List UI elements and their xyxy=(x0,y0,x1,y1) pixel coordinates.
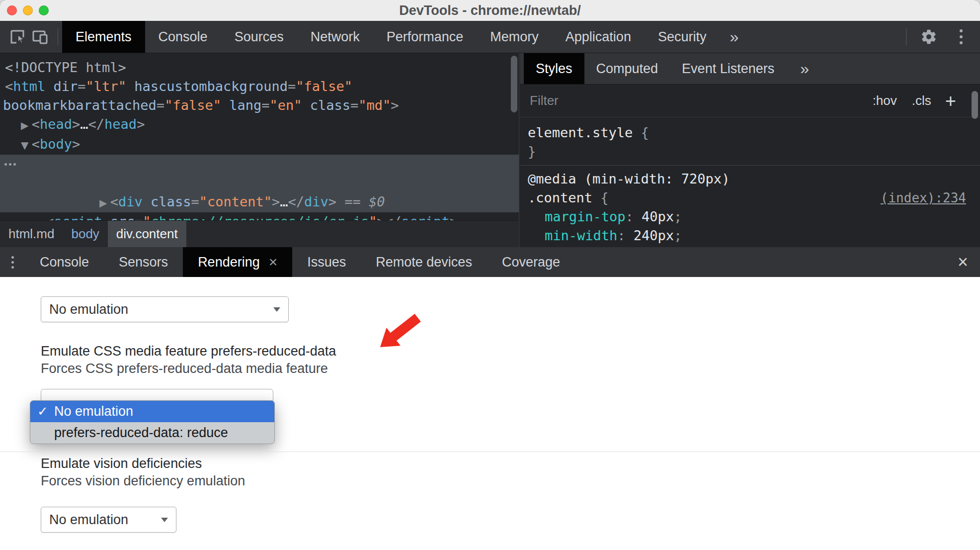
more-panels-button[interactable]: » xyxy=(720,21,748,53)
css-rules: element.style { } @media (min-width: 720… xyxy=(520,117,980,247)
elements-scrollbar[interactable] xyxy=(511,56,517,218)
checkmark-icon: ✓ xyxy=(37,404,54,419)
vision-deficiencies-desc: Forces vision deficiency emulation xyxy=(41,473,245,489)
styles-filter-row: Filter :hov .cls + xyxy=(520,85,980,117)
drawer-tab-rendering[interactable]: Rendering × xyxy=(183,247,292,277)
drawer-menu-icon[interactable] xyxy=(0,247,25,277)
sidebar-tabs: Styles Computed Event Listeners » xyxy=(520,53,980,85)
prefers-reduced-data-desc: Forces CSS prefers-reduced-data media fe… xyxy=(41,361,328,376)
dom-line-body[interactable]: ▼ <body> xyxy=(0,135,519,155)
dropdown-option-label: No emulation xyxy=(54,404,133,419)
window-title: DevTools - chrome://newtab/ xyxy=(399,3,581,18)
titlebar: DevTools - chrome://newtab/ xyxy=(0,0,980,21)
drawer-tab-sensors[interactable]: Sensors xyxy=(104,247,183,277)
inspect-element-icon[interactable] xyxy=(6,25,29,48)
emulation-select-top-value: No emulation xyxy=(49,302,128,317)
dom-node-overflow-icon[interactable] xyxy=(4,163,16,166)
drawer-tab-console[interactable]: Console xyxy=(25,247,104,277)
dropdown-option-label: prefers-reduced-data: reduce xyxy=(54,425,228,441)
tab-performance[interactable]: Performance xyxy=(373,21,477,53)
toolbar-separator xyxy=(58,28,58,45)
close-window-button[interactable] xyxy=(7,5,17,15)
dom-tree: <!DOCTYPE html> <html dir="ltr" hascusto… xyxy=(0,53,519,220)
styles-filter-input[interactable]: Filter xyxy=(530,93,559,108)
content-row: <!DOCTYPE html> <html dir="ltr" hascusto… xyxy=(0,53,980,247)
settings-gear-icon[interactable] xyxy=(917,25,940,48)
breadcrumb-div-content[interactable]: div.content xyxy=(108,221,186,247)
kebab-menu-icon[interactable] xyxy=(951,27,971,47)
device-toolbar-icon[interactable] xyxy=(29,25,52,48)
dom-line-script-cr[interactable]: <script src="chrome://resources/js/cr.js… xyxy=(0,212,519,220)
toolbar-right xyxy=(906,25,980,48)
breadcrumb-body[interactable]: body xyxy=(63,221,107,247)
tab-security[interactable]: Security xyxy=(645,21,720,53)
drawer-tab-coverage[interactable]: Coverage xyxy=(487,247,575,277)
dom-line-div-content-selected[interactable]: ▶ <div class="content">…</div> == $0 xyxy=(0,155,519,212)
elements-scrollbar-thumb[interactable] xyxy=(511,56,517,112)
rendering-panel: No emulation Emulate CSS media feature p… xyxy=(0,277,980,550)
tab-console[interactable]: Console xyxy=(145,21,221,53)
vision-deficiencies-title: Emulate vision deficiencies xyxy=(41,456,202,471)
breadcrumb-bar: html.md body div.content xyxy=(0,220,519,247)
panel-tabs: Elements Console Sources Network Perform… xyxy=(62,21,748,53)
zoom-window-button[interactable] xyxy=(39,5,49,15)
tab-computed[interactable]: Computed xyxy=(584,53,670,84)
css-prop-margin-top[interactable]: margin-top: 40px; xyxy=(528,207,972,226)
traffic-lights xyxy=(7,5,49,15)
toolbar-right-separator xyxy=(906,28,906,45)
css-line-media-query[interactable]: @media (min-width: 720px) xyxy=(528,170,972,188)
main-toolbar: Elements Console Sources Network Perform… xyxy=(0,21,980,53)
dom-line-html[interactable]: <html dir="ltr" hascustombackground="fal… xyxy=(0,77,519,96)
dom-line-doctype[interactable]: <!DOCTYPE html> xyxy=(0,58,519,77)
css-selector[interactable]: .content { xyxy=(528,188,609,207)
close-rendering-tab-icon[interactable]: × xyxy=(269,254,278,271)
chevron-down-icon xyxy=(161,518,168,522)
elements-panel: <!DOCTYPE html> <html dir="ltr" hascusto… xyxy=(0,53,519,247)
drawer-tab-remote-devices[interactable]: Remote devices xyxy=(361,247,487,277)
dom-line-head[interactable]: ▶ <head>…</head> xyxy=(0,115,519,135)
tab-application[interactable]: Application xyxy=(552,21,645,53)
devtools-window: DevTools - chrome://newtab/ Elements Con… xyxy=(0,0,980,550)
stylesheet-source-link[interactable]: (index):234 xyxy=(881,188,966,207)
tab-network[interactable]: Network xyxy=(297,21,373,53)
close-drawer-button[interactable]: × xyxy=(946,247,980,277)
rule-divider xyxy=(520,165,980,166)
tab-event-listeners[interactable]: Event Listeners xyxy=(670,53,786,84)
drawer-tab-bar: Console Sensors Rendering × Issues Remot… xyxy=(0,247,980,277)
css-line-close-brace[interactable]: } xyxy=(528,142,972,161)
vision-deficiency-select-value: No emulation xyxy=(49,512,128,528)
tab-memory[interactable]: Memory xyxy=(477,21,552,53)
tab-sources[interactable]: Sources xyxy=(221,21,297,53)
css-line-content-selector: .content { (index):234 xyxy=(528,188,972,207)
dropdown-option-no-emulation[interactable]: ✓ No emulation xyxy=(30,401,274,422)
drawer: Console Sensors Rendering × Issues Remot… xyxy=(0,247,980,550)
new-style-rule-button[interactable]: + xyxy=(945,92,956,110)
tab-elements[interactable]: Elements xyxy=(62,21,145,53)
minimize-window-button[interactable] xyxy=(23,5,33,15)
dropdown-option-reduce[interactable]: prefers-reduced-data: reduce xyxy=(30,422,274,444)
emulation-select-top[interactable]: No emulation xyxy=(41,296,289,322)
breadcrumb-html[interactable]: html.md xyxy=(0,221,63,247)
red-arrow-annotation xyxy=(368,311,452,380)
dom-line-html-wrap[interactable]: bookmarkbarattached="false" lang="en" cl… xyxy=(0,96,519,115)
emulation-dropdown-menu: ✓ No emulation prefers-reduced-data: red… xyxy=(30,400,275,444)
more-sidebar-tabs-button[interactable]: » xyxy=(795,53,814,84)
drawer-tab-rendering-label: Rendering xyxy=(198,255,260,270)
styles-sidebar: Styles Computed Event Listeners » Filter… xyxy=(520,53,980,247)
section-divider xyxy=(0,452,980,452)
styles-scrollbar-thumb[interactable] xyxy=(972,91,978,119)
css-prop-min-width[interactable]: min-width: 240px; xyxy=(528,226,972,245)
chevron-down-icon xyxy=(273,307,280,312)
tab-styles[interactable]: Styles xyxy=(524,53,584,84)
element-classes-button[interactable]: .cls xyxy=(912,93,931,108)
prefers-reduced-data-title: Emulate CSS media feature prefers-reduce… xyxy=(41,344,336,359)
toggle-element-state-button[interactable]: :hov xyxy=(873,93,897,108)
css-line-element-style[interactable]: element.style { xyxy=(528,123,972,142)
drawer-tab-issues[interactable]: Issues xyxy=(292,247,361,277)
vision-deficiency-select[interactable]: No emulation xyxy=(41,507,176,533)
